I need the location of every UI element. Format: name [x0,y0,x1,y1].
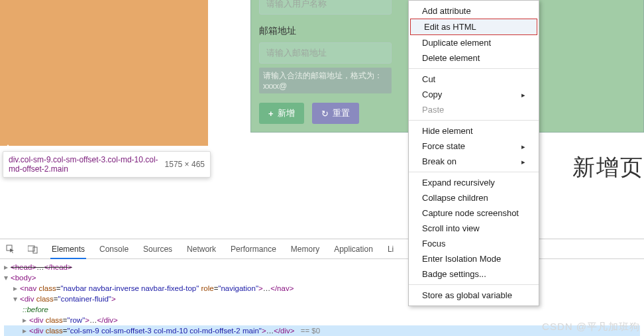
devtools-tabs: Elements Console Sources Network Perform… [0,239,644,259]
context-menu: Add attribute Edit as HTML Duplicate ele… [408,0,539,306]
refresh-icon [321,109,329,119]
ctx-copy[interactable]: Copy [409,87,539,102]
tab-sources[interactable]: Sources [142,245,174,254]
email-hint: 请输入合法的邮箱地址，格式为： xxxx@ [259,68,392,93]
page-content-area: div.col-sm-9.col-sm-offset-3.col-md-10.c… [0,0,644,239]
reset-button-label: 重置 [333,107,350,119]
ctx-cut[interactable]: Cut [409,72,539,87]
page-heading: 新增页 [572,152,644,183]
ctx-hide-element[interactable]: Hide element [409,123,539,139]
tab-application[interactable]: Application [333,245,374,254]
ctx-separator [409,284,539,285]
ctx-isolation-mode[interactable]: Enter Isolation Mode [409,251,539,266]
svg-rect-2 [33,247,37,253]
username-input[interactable]: 请输入用户名称 [259,0,392,15]
tab-console[interactable]: Console [98,245,130,254]
ctx-store-global[interactable]: Store as global variable [409,288,539,303]
ctx-paste: Paste [409,102,539,117]
watermark: CSDN @平凡加班狗 [542,321,640,333]
ctx-scroll-into-view[interactable]: Scroll into view [409,221,539,236]
tab-elements[interactable]: Elements [50,245,86,259]
ctx-break-on[interactable]: Break on [409,154,539,169]
username-placeholder: 请输入用户名称 [266,0,327,10]
ctx-delete-element[interactable]: Delete element [409,50,539,66]
dom-body-open[interactable]: ▾<body> [4,272,640,283]
dom-before[interactable]: ::before [4,304,640,315]
tab-more[interactable]: Li [386,245,395,254]
tooltip-arrow [4,144,12,150]
chevron-right-icon [521,156,525,166]
highlight-margin-overlay [0,0,208,146]
tooltip-selector: div.col-sm-9.col-sm-offset-3.col-md-10.c… [9,155,158,174]
add-button[interactable]: 新增 [259,103,304,124]
plus-icon [268,109,274,119]
tab-network[interactable]: Network [186,245,217,254]
ctx-duplicate-element[interactable]: Duplicate element [409,35,539,50]
tab-performance[interactable]: Performance [229,245,278,254]
ctx-separator [409,120,539,121]
ctx-badge-settings[interactable]: Badge settings... [409,266,539,282]
chevron-right-icon [521,141,525,151]
dom-head-close[interactable]: ▸<head>…</head> [4,262,640,272]
inspect-icon[interactable] [5,244,16,254]
reset-button[interactable]: 重置 [312,103,359,124]
ctx-capture-screenshot[interactable]: Capture node screenshot [409,205,539,221]
ctx-force-state[interactable]: Force state [409,139,539,154]
email-placeholder: 请输入邮箱地址 [266,47,327,59]
device-toggle-icon[interactable] [28,244,38,254]
email-input[interactable]: 请输入邮箱地址 [259,42,392,64]
tooltip-dimensions: 1575 × 465 [165,160,205,169]
ctx-expand-recursively[interactable]: Expand recursively [409,175,539,190]
add-button-label: 新增 [278,107,295,119]
dom-container[interactable]: ▾<div class="container-fluid"> [4,294,640,304]
ctx-edit-as-html[interactable]: Edit as HTML [410,19,537,35]
ctx-focus[interactable]: Focus [409,236,539,251]
ctx-separator [409,172,539,172]
ctx-collapse-children[interactable]: Collapse children [409,190,539,205]
ctx-separator [409,68,539,69]
tab-memory[interactable]: Memory [290,245,321,254]
element-tooltip: div.col-sm-9.col-sm-offset-3.col-md-10.c… [3,151,211,178]
ctx-add-attribute[interactable]: Add attribute [409,3,539,19]
dom-nav[interactable]: ▸<nav class="navbar navbar-inverse navba… [4,283,640,294]
chevron-right-icon [521,89,525,99]
